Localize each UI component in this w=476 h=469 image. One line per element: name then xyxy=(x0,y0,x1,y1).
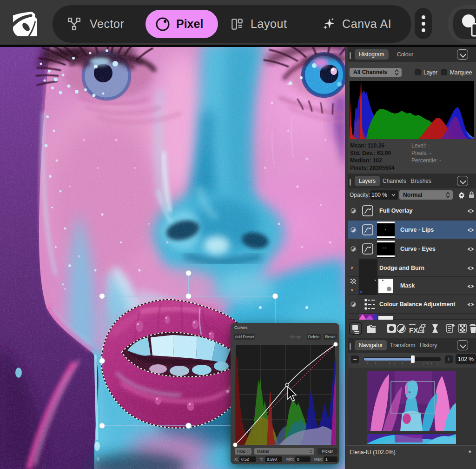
svg-text:FX: FX xyxy=(409,326,418,334)
